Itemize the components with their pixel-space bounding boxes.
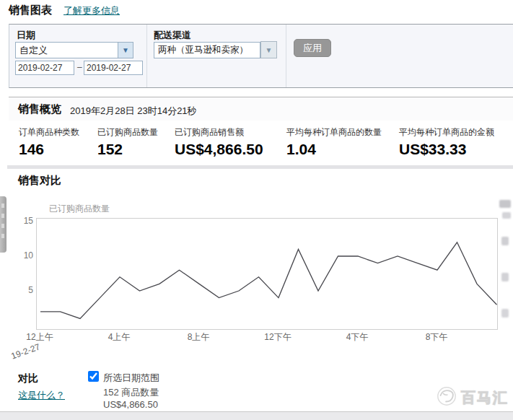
y-axis-tick-label: 5	[12, 285, 33, 295]
x-axis-tick-label: 4下午	[346, 331, 369, 344]
stat-value: US$33.33	[399, 141, 494, 158]
cropped-edge-artifact	[501, 273, 509, 281]
bottom-strip	[0, 411, 513, 420]
sales-line-chart	[36, 218, 498, 330]
legend-amount-text: US$4,866.50	[103, 399, 158, 410]
stat-avg-units: 平均每种订单商品的数量 1.04	[286, 121, 382, 158]
axis-date-label: 19-2-27	[10, 341, 42, 361]
cropped-edge-artifact	[499, 200, 511, 208]
learn-more-link[interactable]: 了解更多信息	[63, 4, 120, 17]
floating-sidebar-tab[interactable]	[0, 196, 6, 253]
apply-button[interactable]: 应用	[294, 39, 331, 57]
overview-stats-row: 订单商品种类数 146 已订购商品数量 152 已订购商品销售额 US$4,86…	[9, 121, 513, 164]
stat-value: US$4,866.50	[175, 141, 263, 158]
overview-timestamp: 2019年2月28日 23时14分21秒	[70, 105, 197, 118]
stat-order-item-types: 订单商品种类数 146	[19, 121, 79, 158]
overview-header: 销售概览 2019年2月28日 23时14分21秒	[9, 97, 513, 122]
stat-avg-amount: 平均每种订单商品的金额 US$33.33	[399, 121, 494, 158]
stat-label: 平均每种订单商品的数量	[286, 126, 382, 139]
stat-units-ordered: 已订购商品数量 152	[97, 121, 158, 158]
channel-filter-label: 配送渠道	[154, 29, 191, 42]
line-series	[37, 219, 497, 329]
legend-range-label: 所选日期范围	[103, 372, 159, 385]
chevron-down-icon[interactable]: ▼	[260, 41, 277, 58]
panel-divider	[286, 25, 286, 87]
sales-chart-page: 销售图表 了解更多信息 日期 自定义 ▼ – 配送渠道 两种（亚马逊和卖家） ▼…	[0, 0, 513, 420]
cropped-edge-artifact	[501, 309, 509, 318]
cropped-edge-artifact	[502, 212, 511, 219]
compare-label: 对比	[18, 372, 38, 385]
channel-select[interactable]: 两种（亚马逊和卖家）	[154, 42, 260, 58]
date-range-checkbox[interactable]	[88, 371, 99, 382]
x-axis-tick-label: 8上午	[188, 331, 210, 344]
what-is-this-link[interactable]: 这是什么？	[18, 389, 65, 402]
x-axis-ticks: 12上午4上午8上午12下午4下午8下午	[36, 331, 496, 343]
stat-value: 1.04	[286, 141, 382, 158]
cropped-edge-artifact	[501, 237, 509, 245]
stat-label: 已订购商品数量	[97, 126, 158, 139]
y-axis-tick-label: 15	[12, 216, 33, 226]
y-axis-label: 已订购商品数量	[49, 203, 110, 215]
date-filter-label: 日期	[17, 29, 35, 42]
x-axis-tick-label: 12上午	[26, 331, 53, 344]
chevron-down-icon[interactable]: ▼	[118, 43, 133, 58]
stat-ordered-sales: 已订购商品销售额 US$4,866.50	[175, 121, 263, 158]
comparison-title: 销售对比	[18, 174, 61, 188]
date-preset-value: 自定义	[16, 44, 118, 57]
date-to-input[interactable]	[84, 61, 143, 75]
overview-title: 销售概览	[18, 102, 61, 116]
filter-panel: 日期 自定义 ▼ – 配送渠道 两种（亚马逊和卖家） ▼ 应用	[9, 24, 513, 88]
x-axis-tick-label: 12下午	[264, 331, 291, 344]
channel-select-value: 两种（亚马逊和卖家）	[154, 44, 260, 56]
page-title: 销售图表	[9, 4, 52, 17]
watermark-logo-icon	[436, 385, 457, 407]
panel-divider	[146, 25, 147, 87]
date-range-separator: –	[77, 62, 82, 72]
stat-value: 152	[97, 141, 158, 158]
stat-label: 平均每种订单商品的金额	[399, 126, 494, 139]
x-axis-tick-label: 8下午	[426, 331, 448, 344]
date-preset-select[interactable]: 自定义 ▼	[15, 42, 133, 58]
legend-quantity-text: 152 商品数量	[103, 386, 159, 399]
stat-label: 订单商品种类数	[19, 126, 79, 139]
watermark-text: 百马汇	[461, 388, 509, 408]
section-divider	[7, 165, 513, 169]
y-axis-tick-label: 10	[12, 250, 33, 261]
date-from-input[interactable]	[15, 61, 74, 75]
x-axis-tick-label: 4上午	[108, 331, 131, 344]
stat-value: 146	[19, 141, 79, 158]
stat-label: 已订购商品销售额	[175, 126, 263, 139]
